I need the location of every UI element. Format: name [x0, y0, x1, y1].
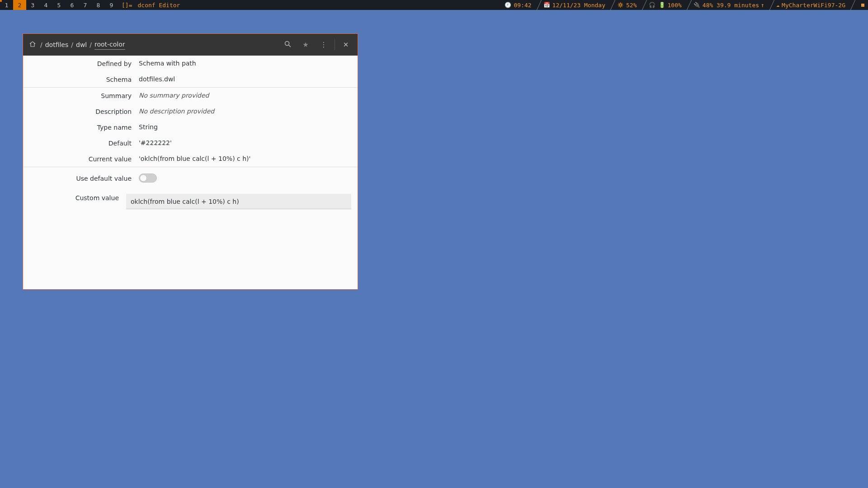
description-row: Description No description provided: [23, 103, 358, 119]
workspace-tag-9[interactable]: 9: [105, 0, 118, 10]
headphones-icon: 🎧: [649, 2, 656, 8]
breadcrumb-separator: /: [38, 41, 45, 48]
audio-module: 🎧 🔋 100%: [649, 0, 685, 10]
breadcrumb-segment[interactable]: dwl: [76, 40, 87, 49]
home-icon[interactable]: [29, 42, 38, 48]
calendar-icon: 📅: [543, 2, 550, 8]
close-icon: ✕: [343, 41, 349, 49]
custom-value-input[interactable]: [126, 194, 351, 209]
audio-text: 100%: [668, 2, 682, 9]
type-name-row: Type name String: [23, 119, 358, 135]
use-default-switch[interactable]: [139, 174, 157, 183]
workspace-tag-5[interactable]: 5: [52, 0, 66, 10]
key-details: Defined by Schema with path Schema dotfi…: [23, 56, 358, 289]
clock-module: 🕘 09:42: [505, 0, 535, 10]
status-bar: 1 2 3 4 5 6 7 8 9 []= dconf Editor 🕘 09:…: [0, 0, 868, 10]
date-text: 12/11/23 Monday: [552, 2, 605, 9]
current-value-row: Current value 'oklch(from blue calc(l + …: [23, 151, 358, 167]
schema-label: Schema: [23, 75, 139, 83]
summary-row: Summary No summary provided: [23, 88, 358, 103]
default-value: '#222222': [139, 139, 358, 146]
workspace-tag-1[interactable]: 1: [0, 0, 13, 10]
clock-icon: 🕘: [505, 2, 511, 8]
info-section: Summary No summary provided Description …: [23, 88, 358, 167]
close-button[interactable]: ✕: [337, 37, 355, 52]
breadcrumb: / dotfiles / dwl / root-color: [38, 40, 125, 50]
star-icon: ★: [302, 41, 308, 49]
schema-value: dotfiles.dwl: [139, 75, 358, 83]
headerbar-divider: [335, 39, 335, 50]
workspace-tag-2[interactable]: 2: [13, 0, 26, 10]
dconf-editor-window: / dotfiles / dwl / root-color ★ ⋮ ✕ Defi…: [23, 33, 358, 290]
search-icon: [284, 41, 291, 49]
battery-module: 🔌 48% 39.9 minutes ↑: [693, 0, 768, 10]
wifi-text: MyCharterWiFi97-2G: [782, 2, 845, 9]
defined-by-label: Defined by: [23, 60, 139, 67]
switch-knob: [140, 174, 147, 182]
workspace-tag-8[interactable]: 8: [92, 0, 105, 10]
workspace-tag-7[interactable]: 7: [79, 0, 92, 10]
battery-icon: 🔋: [659, 2, 665, 8]
module-separator: [768, 0, 776, 10]
plug-icon: 🔌: [693, 2, 700, 8]
brightness-icon: 🔅: [617, 2, 624, 8]
brightness-module: 🔅 52%: [617, 0, 640, 10]
edit-section: Use default value Custom value: [23, 167, 358, 213]
layout-symbol[interactable]: []=: [118, 0, 136, 10]
current-value-value: 'oklch(from blue calc(l + 10%) c h)': [139, 155, 358, 162]
use-default-label: Use default value: [23, 174, 139, 182]
breadcrumb-segment[interactable]: dotfiles: [45, 40, 69, 49]
active-window-title: dconf Editor: [136, 0, 182, 10]
defined-by-value: Schema with path: [139, 60, 358, 67]
workspace-tag-6[interactable]: 6: [66, 0, 79, 10]
custom-value-label: Custom value: [23, 194, 126, 202]
use-default-control: [139, 174, 358, 183]
module-separator: [535, 0, 543, 10]
bookmark-button[interactable]: ★: [297, 37, 315, 52]
description-value: No description provided: [139, 108, 358, 115]
status-modules: 🕘 09:42 📅 12/11/23 Monday 🔅 52% 🎧 🔋 100%…: [505, 0, 868, 10]
default-label: Default: [23, 139, 139, 147]
description-label: Description: [23, 108, 139, 115]
kebab-menu-icon: ⋮: [321, 41, 327, 49]
breadcrumb-separator: /: [68, 41, 76, 48]
battery-text: 48% 39.9 minutes: [703, 2, 759, 9]
tray-indicator-icon: [861, 4, 864, 7]
svg-line-1: [288, 45, 291, 47]
search-button[interactable]: [278, 37, 297, 52]
current-value-label: Current value: [23, 155, 139, 163]
use-default-row: Use default value: [23, 167, 358, 187]
svg-point-0: [285, 41, 289, 45]
clock-text: 09:42: [514, 2, 531, 9]
breadcrumb-separator: /: [87, 41, 94, 48]
default-row: Default '#222222': [23, 135, 358, 151]
brightness-text: 52%: [626, 2, 637, 9]
header-bar: / dotfiles / dwl / root-color ★ ⋮ ✕: [23, 34, 358, 56]
module-separator: [849, 0, 857, 10]
summary-label: Summary: [23, 92, 139, 99]
workspace-tag-4[interactable]: 4: [39, 0, 52, 10]
module-separator: [641, 0, 649, 10]
schema-section: Defined by Schema with path Schema dotfi…: [23, 56, 358, 88]
schema-row: Schema dotfiles.dwl: [23, 71, 358, 87]
breadcrumb-segment-current[interactable]: root-color: [94, 40, 125, 50]
custom-value-row: Custom value: [23, 187, 358, 213]
type-name-value: String: [139, 123, 358, 131]
wifi-module: ☁ MyCharterWiFi97-2G: [776, 0, 849, 10]
custom-value-control: [126, 194, 358, 209]
type-name-label: Type name: [23, 123, 139, 131]
battery-arrow: ↑: [761, 2, 764, 9]
module-separator: [609, 0, 617, 10]
module-separator: [685, 0, 693, 10]
summary-value: No summary provided: [139, 92, 358, 99]
cloud-icon: ☁: [776, 2, 779, 8]
menu-button[interactable]: ⋮: [315, 37, 333, 52]
workspace-tags: 1 2 3 4 5 6 7 8 9: [0, 0, 118, 10]
workspace-tag-3[interactable]: 3: [26, 0, 39, 10]
date-module: 📅 12/11/23 Monday: [543, 0, 609, 10]
defined-by-row: Defined by Schema with path: [23, 56, 358, 71]
systray[interactable]: [857, 0, 868, 10]
